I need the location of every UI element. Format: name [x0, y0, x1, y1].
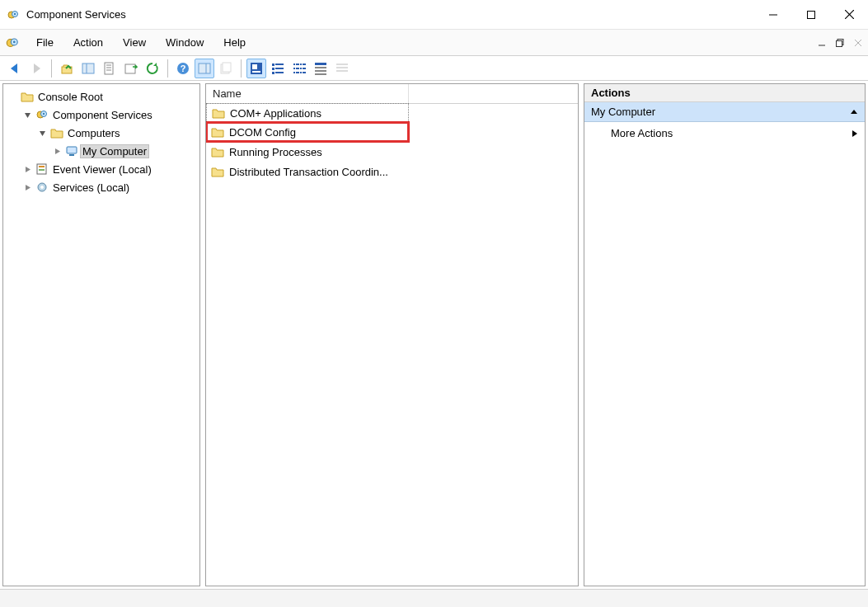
export-list-button[interactable] — [121, 59, 141, 78]
view-large-icons-button[interactable] — [246, 59, 266, 78]
list-item-label: Distributed Transaction Coordin... — [229, 166, 388, 178]
chevron-down-icon[interactable] — [21, 109, 33, 120]
show-hide-tree-button[interactable] — [78, 59, 98, 78]
chevron-right-icon — [852, 129, 858, 138]
back-button[interactable] — [5, 59, 25, 78]
svg-rect-42 — [293, 68, 295, 69]
tree-label: Component Services — [51, 109, 154, 121]
help-button[interactable]: ? — [173, 59, 193, 78]
actions-more[interactable]: More Actions — [584, 122, 865, 144]
list-item[interactable]: DCOM Config — [206, 122, 409, 142]
svg-rect-4 — [808, 11, 815, 18]
list-item[interactable]: Distributed Transaction Coordin... — [206, 162, 409, 181]
actions-subheader-label: My Computer — [591, 106, 655, 118]
actions-header-label: Actions — [591, 87, 631, 99]
folder-icon — [212, 106, 225, 120]
actions-more-label: More Actions — [611, 127, 673, 139]
folder-icon — [211, 145, 224, 158]
column-header-label: Name — [213, 87, 242, 100]
menu-action[interactable]: Action — [63, 33, 113, 52]
refresh-button[interactable] — [143, 59, 162, 78]
chevron-right-icon[interactable] — [51, 145, 63, 157]
svg-rect-18 — [105, 63, 113, 74]
svg-rect-51 — [315, 67, 326, 68]
chevron-down-icon[interactable] — [36, 127, 48, 139]
svg-rect-50 — [315, 63, 326, 65]
svg-text:?: ? — [181, 64, 186, 73]
close-button[interactable] — [830, 0, 868, 29]
svg-rect-32 — [272, 64, 274, 66]
forward-button[interactable] — [26, 59, 46, 78]
minimize-button[interactable] — [754, 0, 792, 29]
tree-node-services[interactable]: Services (Local) — [7, 178, 199, 196]
view-custom-button[interactable] — [332, 59, 352, 78]
folder-icon — [211, 125, 224, 139]
window-controls — [754, 0, 868, 29]
view-list-button[interactable] — [289, 59, 309, 78]
svg-rect-61 — [69, 154, 74, 156]
menu-help[interactable]: Help — [213, 33, 256, 52]
mmc-icon — [5, 35, 20, 50]
svg-rect-54 — [336, 64, 348, 65]
svg-rect-36 — [272, 72, 274, 74]
properties-button[interactable] — [100, 59, 120, 78]
mdi-restore-button[interactable] — [832, 35, 848, 51]
tree-label: Services (Local) — [51, 181, 131, 194]
view-detail-button[interactable] — [311, 59, 331, 78]
tree-node-console-root[interactable]: Console Root — [7, 87, 199, 106]
svg-rect-38 — [293, 64, 295, 65]
svg-rect-64 — [39, 169, 45, 171]
svg-rect-30 — [252, 64, 257, 69]
up-one-level-button[interactable] — [57, 59, 77, 78]
menu-file[interactable]: File — [26, 33, 63, 52]
tree-label: Event Viewer (Local) — [51, 163, 153, 176]
svg-rect-45 — [303, 68, 306, 69]
mdi-close-button[interactable] — [850, 35, 866, 51]
window-title: Component Services — [26, 8, 126, 21]
tree-node-component-services[interactable]: Component Services — [7, 106, 199, 124]
tree-pane[interactable]: Console Root Component Services Computer… — [2, 83, 200, 586]
list-item[interactable]: COM+ Applications — [206, 103, 409, 123]
actions-header: Actions — [584, 84, 865, 102]
collapse-icon[interactable] — [850, 108, 858, 116]
tree-node-event-viewer[interactable]: Event Viewer (Local) — [7, 160, 199, 178]
computer-icon — [65, 144, 78, 158]
svg-rect-49 — [303, 72, 306, 73]
tree-node-my-computer[interactable]: My Computer — [7, 142, 199, 160]
toolbar: ? — [0, 56, 868, 81]
tree-node-computers[interactable]: Computers — [7, 124, 199, 142]
list-item-label: DCOM Config — [229, 126, 296, 139]
svg-rect-40 — [300, 64, 302, 65]
svg-rect-53 — [315, 73, 326, 75]
svg-rect-33 — [275, 64, 284, 65]
gear-icon — [35, 181, 49, 194]
svg-rect-44 — [300, 68, 302, 69]
list-item[interactable]: Running Processes — [206, 142, 409, 162]
actions-subheader[interactable]: My Computer — [584, 102, 865, 122]
toolbar-separator — [51, 59, 52, 78]
menu-view[interactable]: View — [113, 33, 156, 52]
tree-label: My Computer — [81, 145, 148, 158]
statusbar — [0, 589, 868, 607]
show-hide-action-pane-button[interactable] — [195, 59, 214, 78]
list-body: COM+ ApplicationsDCOM ConfigRunning Proc… — [206, 103, 578, 181]
list-pane[interactable]: Name COM+ ApplicationsDCOM ConfigRunning… — [205, 83, 579, 586]
column-header-name[interactable]: Name — [206, 84, 409, 103]
folder-icon — [50, 126, 63, 139]
chevron-right-icon[interactable] — [21, 181, 33, 193]
menubar: File Action View Window Help — [0, 30, 868, 56]
titlebar: Component Services — [0, 0, 868, 30]
list-item-label: Running Processes — [229, 146, 322, 158]
new-window-button[interactable] — [216, 59, 236, 78]
chevron-down-icon[interactable] — [7, 91, 18, 102]
menu-window[interactable]: Window — [156, 33, 213, 52]
svg-rect-39 — [296, 64, 299, 65]
svg-rect-48 — [300, 72, 302, 73]
maximize-button[interactable] — [792, 0, 830, 29]
chevron-right-icon[interactable] — [21, 163, 33, 175]
svg-point-59 — [43, 113, 45, 115]
view-small-icons-button[interactable] — [268, 59, 288, 78]
folder-icon — [21, 90, 34, 103]
mdi-minimize-button[interactable] — [814, 35, 830, 51]
svg-rect-41 — [303, 64, 306, 65]
